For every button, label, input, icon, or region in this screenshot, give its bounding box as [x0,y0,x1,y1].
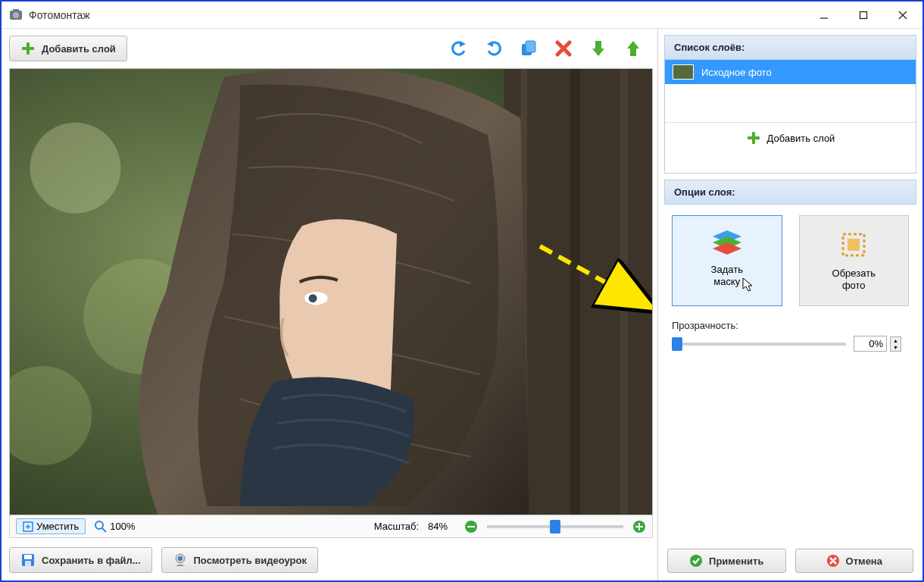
side-panel: Список слоёв: Исходное фото Добавить сло… [657,29,922,580]
svg-rect-43 [25,561,31,566]
zoom-out-icon[interactable] [464,520,478,534]
move-down-icon[interactable] [588,38,609,59]
svg-point-45 [178,556,183,561]
opacity-value: 0% [854,336,887,352]
cancel-button[interactable]: Отмена [795,549,914,573]
svg-marker-9 [460,41,466,47]
opacity-row: Прозрачность: 0% ▲▼ [658,312,922,352]
zoom-100-label: 100% [110,521,135,532]
delete-icon[interactable] [553,38,574,59]
svg-rect-42 [24,555,32,559]
app-icon [9,8,23,22]
plus-icon [20,41,36,56]
save-file-button[interactable]: Сохранить в файл... [9,547,152,573]
svg-marker-17 [627,41,639,48]
fit-label: Уместить [36,521,79,532]
minimize-button[interactable] [804,2,844,29]
svg-rect-12 [526,41,535,52]
zoom-100-button[interactable]: 100% [95,521,135,533]
crop-photo-label: Обрезать фото [832,268,876,291]
layer-list: Исходное фото Добавить слой [664,60,916,174]
photo-image [10,69,652,515]
watch-video-button[interactable]: Посмотреть видеоурок [161,547,318,573]
opacity-spinner[interactable]: ▲▼ [890,336,901,352]
opacity-label: Прозрачность: [672,320,909,331]
apply-label: Применить [709,555,763,567]
save-file-label: Сохранить в файл... [42,555,141,566]
window-title: Фотомонтаж [29,9,90,21]
apply-button[interactable]: Применить [667,549,786,573]
layer-thumbnail [673,64,694,80]
side-footer: Применить Отмена [658,540,922,573]
undo-icon[interactable] [448,38,470,59]
layers-header: Список слоёв: [664,35,916,60]
svg-rect-26 [620,69,628,515]
layer-item[interactable]: Исходное фото [665,60,916,84]
svg-rect-2 [13,9,19,11]
redo-icon[interactable] [483,38,504,59]
add-layer-label: Добавить слой [42,43,116,55]
set-mask-tile[interactable]: Задать маску [672,215,782,306]
maximize-button[interactable] [844,2,883,29]
zoom-in-icon[interactable] [632,520,646,534]
svg-rect-18 [630,48,636,56]
watch-video-label: Посмотреть видеоурок [194,555,307,566]
add-layer-row[interactable]: Добавить слой [665,122,916,155]
titlebar: Фотомонтаж [2,2,922,29]
check-icon [689,554,703,568]
svg-rect-8 [22,47,34,50]
copy-icon[interactable] [518,38,539,59]
svg-marker-16 [592,48,604,56]
svg-marker-51 [743,278,752,291]
move-up-icon[interactable] [623,38,644,59]
fit-button[interactable]: Уместить [16,518,86,534]
canvas[interactable] [9,68,653,515]
editor-panel: Добавить слой [2,29,657,580]
editor-footer: Сохранить в файл... Посмотреть видеоурок [9,547,653,573]
add-layer-label: Добавить слой [767,133,835,144]
editor-toolbar: Добавить слой [9,33,653,64]
cancel-icon [826,554,840,568]
close-button[interactable] [883,2,922,29]
chevron-down-icon[interactable]: ▼ [891,344,901,351]
svg-rect-25 [570,69,580,515]
content-area: Добавить слой [2,29,922,580]
svg-rect-37 [467,526,475,527]
svg-rect-4 [860,11,867,18]
save-icon [20,552,36,568]
cursor-icon [742,277,754,293]
zoom-bar: Уместить 100% Масштаб: 84% [9,515,653,538]
svg-rect-15 [595,41,601,48]
crop-photo-tile[interactable]: Обрезать фото [799,215,910,306]
svg-point-20 [30,123,121,214]
layers-stack-icon [711,229,743,256]
svg-rect-40 [638,523,640,530]
svg-line-35 [102,528,106,532]
plus-icon [746,130,761,146]
fit-icon [23,521,33,532]
svg-point-34 [95,521,103,529]
svg-marker-10 [487,41,493,47]
svg-point-28 [309,294,317,302]
zoom-label: Масштаб: [374,521,419,532]
magnifier-icon [95,521,107,533]
tool-icons [448,38,653,59]
options-header: Опции слоя: [664,180,916,205]
crop-icon [838,230,869,260]
layer-item-label: Исходное фото [701,67,772,78]
svg-rect-53 [848,239,860,251]
webcam-icon [173,552,188,568]
set-mask-label: Задать маску [711,264,743,287]
chevron-up-icon[interactable]: ▲ [891,337,901,344]
svg-point-1 [13,12,19,18]
layer-options: Задать маску Обрезать фото [658,205,922,312]
opacity-slider[interactable] [672,343,846,346]
zoom-value: 84% [428,521,455,532]
svg-rect-47 [748,136,760,139]
add-layer-button[interactable]: Добавить слой [9,36,127,61]
cancel-label: Отмена [846,555,882,567]
zoom-slider[interactable] [487,525,623,528]
